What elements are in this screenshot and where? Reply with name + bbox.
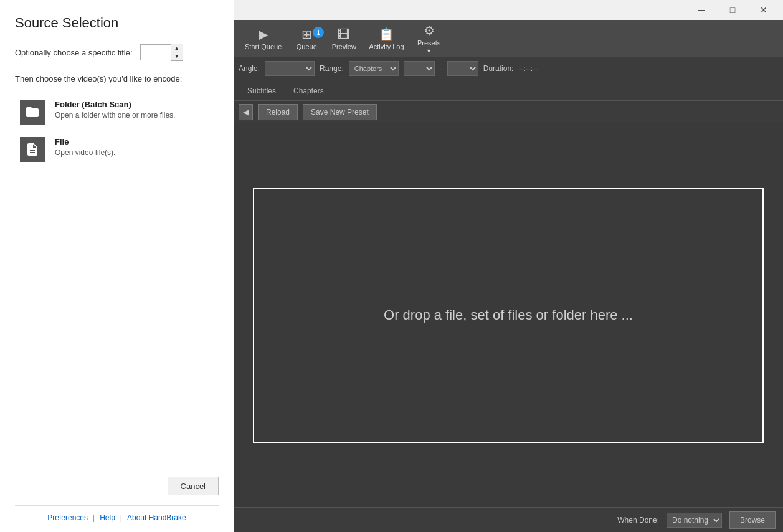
folder-option-title: Folder (Batch Scan) bbox=[55, 100, 175, 109]
start-queue-label: Start Queue bbox=[245, 43, 282, 50]
presets-label: Presets bbox=[417, 39, 440, 47]
about-link[interactable]: About HandBrake bbox=[127, 513, 186, 522]
tab-chapters[interactable]: Chapters bbox=[285, 83, 333, 100]
file-option-text: File Open video file(s). bbox=[55, 137, 115, 157]
minimize-button[interactable]: ─ bbox=[687, 0, 716, 20]
drop-zone-text: Or drop a file, set of files or folder h… bbox=[384, 307, 633, 323]
presets-icon: ⚙ bbox=[424, 23, 435, 38]
when-done-label: When Done: bbox=[617, 516, 659, 525]
tab-subtitles[interactable]: Subtitles bbox=[239, 83, 285, 100]
encode-label: Then choose the video(s) you'd like to e… bbox=[15, 74, 219, 85]
cancel-row: Cancel bbox=[15, 477, 219, 495]
bottom-bar: When Done: Do nothing Browse bbox=[234, 507, 783, 532]
spinner-buttons: ▲ ▼ bbox=[171, 44, 183, 61]
save-new-preset-button[interactable]: Save New Preset bbox=[303, 104, 377, 120]
folder-option-desc: Open a folder with one or more files. bbox=[55, 111, 175, 120]
close-button[interactable]: ✕ bbox=[749, 0, 778, 20]
range-select[interactable]: Chapters bbox=[349, 61, 399, 76]
range-to-select[interactable] bbox=[447, 61, 478, 76]
file-option-title: File bbox=[55, 137, 115, 146]
angle-label: Angle: bbox=[239, 64, 260, 73]
title-label: Optionally choose a specific title: bbox=[15, 48, 133, 57]
file-icon bbox=[20, 137, 45, 162]
cancel-button[interactable]: Cancel bbox=[168, 477, 219, 495]
dialog-footer: Preferences | Help | About HandBrake bbox=[15, 505, 219, 522]
range-dash: - bbox=[440, 64, 442, 73]
title-input[interactable] bbox=[140, 44, 171, 60]
queue-button[interactable]: ⊞ Queue 1 bbox=[288, 24, 325, 53]
file-option[interactable]: File Open video file(s). bbox=[15, 132, 219, 167]
queue-label: Queue bbox=[297, 43, 317, 50]
sep2: | bbox=[120, 513, 122, 522]
drop-zone[interactable]: Or drop a file, set of files or folder h… bbox=[253, 188, 764, 443]
queue-icon: ⊞ bbox=[301, 27, 312, 42]
preferences-link[interactable]: Preferences bbox=[47, 513, 88, 522]
presets-button[interactable]: ⚙ Presets ▼ bbox=[410, 21, 448, 57]
source-selection-dialog: Source Selection Optionally choose a spe… bbox=[0, 0, 234, 532]
main-content: ▶ Start Queue ⊞ Queue 1 🎞 Preview 📋 Acti… bbox=[234, 20, 783, 532]
preview-icon: 🎞 bbox=[338, 27, 350, 42]
duration-label: Duration: bbox=[483, 64, 514, 73]
title-selection-row: Optionally choose a specific title: ▲ ▼ bbox=[15, 44, 219, 61]
reload-button[interactable]: Reload bbox=[258, 104, 298, 120]
range-label: Range: bbox=[320, 64, 344, 73]
spinner-up[interactable]: ▲ bbox=[171, 44, 183, 52]
browse-button[interactable]: Browse bbox=[729, 511, 776, 529]
maximize-button[interactable]: □ bbox=[718, 0, 747, 20]
drop-zone-area: Or drop a file, set of files or folder h… bbox=[234, 123, 783, 507]
queue-badge: 1 bbox=[313, 27, 324, 38]
activity-log-icon: 📋 bbox=[379, 27, 394, 42]
sep1: | bbox=[93, 513, 95, 522]
expand-button[interactable]: ◀ bbox=[239, 104, 253, 120]
secondary-toolbar: Angle: Range: Chapters - Duration: --:--… bbox=[234, 57, 783, 80]
preview-button[interactable]: 🎞 Preview bbox=[325, 25, 363, 53]
start-queue-icon: ▶ bbox=[259, 27, 268, 42]
duration-value: --:--:-- bbox=[518, 64, 538, 73]
folder-option[interactable]: Folder (Batch Scan) Open a folder with o… bbox=[15, 95, 219, 130]
title-spinner[interactable]: ▲ ▼ bbox=[140, 44, 183, 61]
dialog-title: Source Selection bbox=[15, 15, 219, 31]
activity-log-label: Activity Log bbox=[369, 43, 404, 50]
action-bar: ◀ Reload Save New Preset bbox=[234, 101, 783, 123]
file-option-desc: Open video file(s). bbox=[55, 148, 115, 157]
tab-bar: Subtitles Chapters bbox=[234, 80, 783, 101]
presets-chevron: ▼ bbox=[426, 48, 432, 54]
activity-log-button[interactable]: 📋 Activity Log bbox=[363, 24, 410, 53]
folder-option-text: Folder (Batch Scan) Open a folder with o… bbox=[55, 100, 175, 120]
range-from-select[interactable] bbox=[404, 61, 435, 76]
spinner-down[interactable]: ▼ bbox=[171, 52, 183, 60]
window-controls: ─ □ ✕ bbox=[687, 0, 778, 20]
toolbar: ▶ Start Queue ⊞ Queue 1 🎞 Preview 📋 Acti… bbox=[234, 20, 783, 57]
preview-label: Preview bbox=[332, 43, 356, 50]
help-link[interactable]: Help bbox=[100, 513, 115, 522]
start-queue-button[interactable]: ▶ Start Queue bbox=[239, 24, 288, 53]
folder-icon bbox=[20, 100, 45, 125]
angle-select[interactable] bbox=[265, 61, 315, 76]
when-done-select[interactable]: Do nothing bbox=[667, 513, 722, 528]
